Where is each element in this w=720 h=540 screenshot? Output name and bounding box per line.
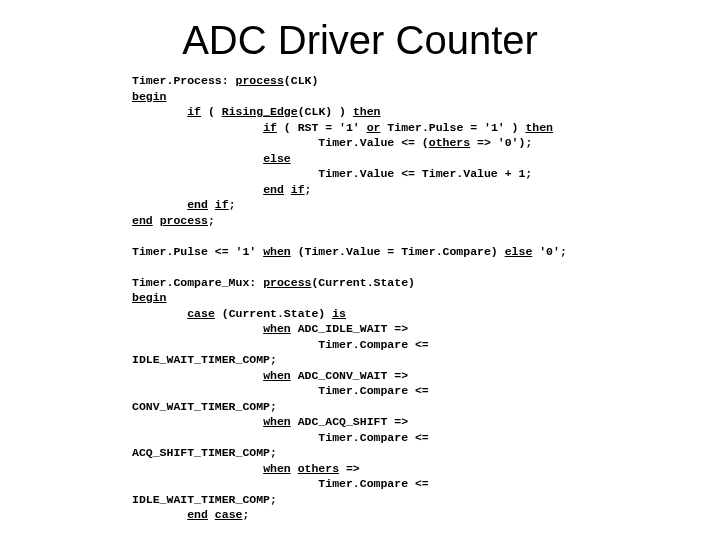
code-text: '0'; bbox=[532, 245, 567, 258]
keyword-others: others bbox=[298, 462, 339, 475]
code-text bbox=[284, 183, 291, 196]
code-text: ACQ_SHIFT_TIMER_COMP; bbox=[132, 446, 277, 459]
code-text: => '0'); bbox=[470, 136, 532, 149]
keyword-process: process bbox=[160, 214, 208, 227]
code-text bbox=[132, 415, 263, 428]
code-text bbox=[291, 462, 298, 475]
keyword-else: else bbox=[505, 245, 533, 258]
code-text: ; bbox=[242, 508, 249, 521]
code-text: ( bbox=[201, 105, 222, 118]
code-text: ADC_IDLE_WAIT => bbox=[291, 322, 408, 335]
keyword-process: process bbox=[263, 276, 311, 289]
keyword-else: else bbox=[263, 152, 291, 165]
code-text: ADC_ACQ_SHIFT => bbox=[291, 415, 408, 428]
code-text: ; bbox=[305, 183, 312, 196]
code-text: (CLK) ) bbox=[298, 105, 353, 118]
keyword-end: end bbox=[187, 198, 208, 211]
code-text: Timer.Compare <= bbox=[132, 477, 429, 490]
code-text: Timer.Pulse = '1' ) bbox=[380, 121, 525, 134]
keyword-when: when bbox=[263, 415, 291, 428]
code-text bbox=[132, 121, 263, 134]
keyword-or: or bbox=[367, 121, 381, 134]
keyword-is: is bbox=[332, 307, 346, 320]
code-text: (CLK) bbox=[284, 74, 319, 87]
code-block: Timer.Process: process(CLK) begin if ( R… bbox=[132, 73, 680, 523]
code-text: Timer.Pulse <= '1' bbox=[132, 245, 263, 258]
code-text: Timer.Compare_Mux: bbox=[132, 276, 263, 289]
keyword-others: others bbox=[429, 136, 470, 149]
keyword-case: case bbox=[215, 508, 243, 521]
keyword-then: then bbox=[353, 105, 381, 118]
code-text: => bbox=[339, 462, 360, 475]
code-text bbox=[132, 152, 263, 165]
code-text: CONV_WAIT_TIMER_COMP; bbox=[132, 400, 277, 413]
code-text: (Timer.Value = Timer.Compare) bbox=[291, 245, 505, 258]
code-text: Timer.Value <= ( bbox=[132, 136, 429, 149]
keyword-end: end bbox=[187, 508, 208, 521]
keyword-when: when bbox=[263, 322, 291, 335]
keyword-begin: begin bbox=[132, 291, 167, 304]
code-text bbox=[208, 198, 215, 211]
code-text: ; bbox=[208, 214, 215, 227]
code-text bbox=[132, 322, 263, 335]
keyword-when: when bbox=[263, 369, 291, 382]
code-text: (Current.State) bbox=[215, 307, 332, 320]
keyword-rising-edge: Rising_Edge bbox=[222, 105, 298, 118]
code-text: IDLE_WAIT_TIMER_COMP; bbox=[132, 353, 277, 366]
keyword-when: when bbox=[263, 462, 291, 475]
keyword-begin: begin bbox=[132, 90, 167, 103]
code-text: ( RST = '1' bbox=[277, 121, 367, 134]
code-text bbox=[132, 183, 263, 196]
code-text: IDLE_WAIT_TIMER_COMP; bbox=[132, 493, 277, 506]
keyword-end: end bbox=[263, 183, 284, 196]
keyword-when: when bbox=[263, 245, 291, 258]
code-text bbox=[132, 508, 187, 521]
keyword-then: then bbox=[525, 121, 553, 134]
code-text: ; bbox=[229, 198, 236, 211]
code-text bbox=[132, 198, 187, 211]
code-text bbox=[132, 369, 263, 382]
code-text bbox=[153, 214, 160, 227]
page-title: ADC Driver Counter bbox=[0, 18, 720, 63]
code-text: Timer.Compare <= bbox=[132, 338, 429, 351]
keyword-case: case bbox=[187, 307, 215, 320]
code-text bbox=[132, 307, 187, 320]
keyword-end: end bbox=[132, 214, 153, 227]
code-text: Timer.Value <= Timer.Value + 1; bbox=[132, 167, 532, 180]
code-text: Timer.Process: bbox=[132, 74, 236, 87]
keyword-if: if bbox=[215, 198, 229, 211]
keyword-process: process bbox=[236, 74, 284, 87]
keyword-if: if bbox=[291, 183, 305, 196]
code-text: Timer.Compare <= bbox=[132, 384, 429, 397]
keyword-if: if bbox=[263, 121, 277, 134]
code-text bbox=[132, 105, 187, 118]
keyword-if: if bbox=[187, 105, 201, 118]
code-text bbox=[132, 462, 263, 475]
code-text: Timer.Compare <= bbox=[132, 431, 429, 444]
code-text: ADC_CONV_WAIT => bbox=[291, 369, 408, 382]
code-text: (Current.State) bbox=[311, 276, 415, 289]
code-text bbox=[208, 508, 215, 521]
